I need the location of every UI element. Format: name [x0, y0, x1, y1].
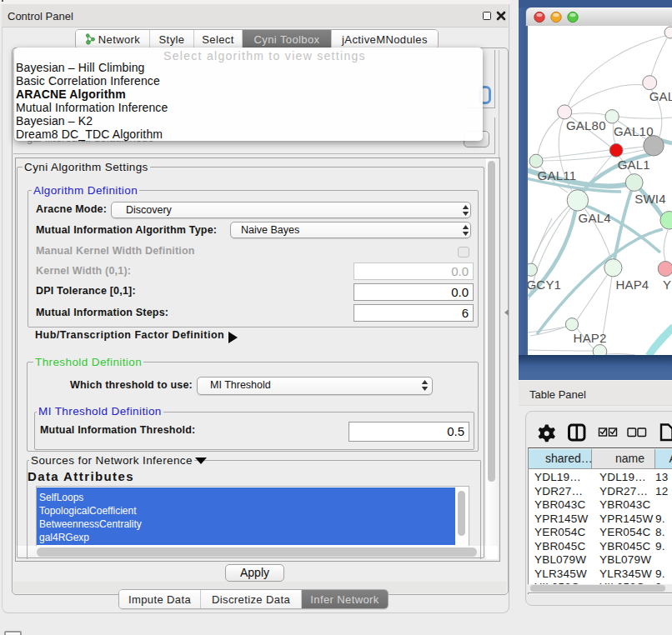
svg-text:GAL4: GAL4	[579, 211, 611, 225]
svg-text:GAL2: GAL2	[649, 89, 672, 103]
svg-text:GAL10: GAL10	[614, 124, 654, 138]
svg-text:HAP2: HAP2	[574, 331, 607, 345]
svg-text:YM: YM	[663, 278, 672, 292]
svg-text:GAL80: GAL80	[566, 118, 606, 132]
svg-text:HAP4: HAP4	[615, 278, 649, 292]
svg-text:GAL1: GAL1	[618, 158, 650, 172]
svg-text:GAL11: GAL11	[538, 168, 577, 182]
svg-text:SWI4: SWI4	[634, 192, 665, 206]
svg-text:GCY1: GCY1	[528, 278, 561, 292]
